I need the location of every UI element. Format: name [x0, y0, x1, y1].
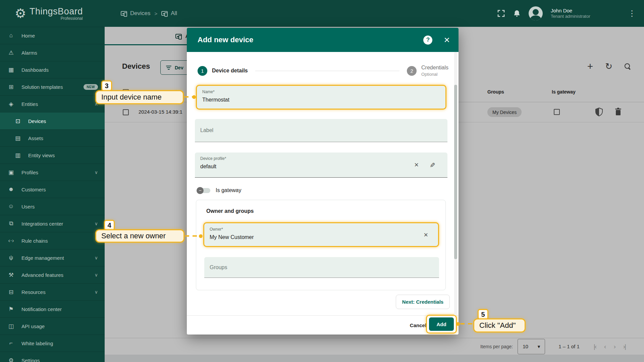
breadcrumb-separator: > — [154, 11, 157, 16]
sidebar-item-edge-management[interactable]: ψEdge management∨ — [0, 249, 105, 266]
edit-pencil-icon[interactable]: ✎ — [430, 161, 435, 169]
sidebar-item-api-usage[interactable]: ◫API usage — [0, 317, 105, 335]
is-gateway-toggle-row: − Is gateway — [198, 185, 241, 195]
label-field[interactable]: Label — [195, 119, 447, 142]
dialog-footer: Cancel — [187, 315, 459, 335]
device-profile-field[interactable]: Device profile* default × ✎ — [195, 153, 447, 178]
customers-icon: ☻ — [7, 186, 15, 193]
breadcrumb-devices-label: Devices — [130, 10, 150, 17]
step-1-circle[interactable]: 1 — [198, 66, 207, 76]
alarms-icon: ⚠ — [7, 49, 15, 56]
sidebar-item-label: White labeling — [21, 341, 53, 346]
sidebar-item-assets[interactable]: ▤Assets — [0, 129, 105, 146]
sidebar-item-label: Assets — [28, 135, 43, 141]
callout-5-box: Click "Add" — [473, 318, 526, 333]
cancel-button[interactable]: Cancel — [410, 322, 426, 328]
sidebar-item-settings[interactable]: ⚙Settings — [0, 352, 105, 362]
brand-edition: Professional — [61, 16, 83, 21]
breadcrumb-devices[interactable]: Devices — [121, 10, 150, 17]
entities-icon: ◈ — [7, 101, 15, 108]
sidebar-item-solution-templates[interactable]: ⊞Solution templatesNEW — [0, 78, 105, 95]
sidebar-item-notification-center[interactable]: ⚑Notification center — [0, 300, 105, 317]
sidebar-item-entities[interactable]: ◈Entities∧ — [0, 95, 105, 112]
thingsboard-logo-icon: ⚙ — [15, 7, 26, 20]
stepper: 1 Device details 2 Credentials Optional — [198, 61, 448, 80]
modal-scrollbar[interactable] — [454, 52, 457, 315]
breadcrumb: Devices > All — [121, 10, 177, 17]
sidebar-item-advanced-features[interactable]: ⚒Advanced features∨ — [0, 266, 105, 283]
sidebar-item-integrations-center[interactable]: ⧉Integrations center∨ — [0, 215, 105, 232]
fullscreen-icon[interactable] — [497, 9, 505, 17]
brand-name: ThingsBoard — [30, 6, 83, 17]
add-button[interactable]: Add — [429, 317, 454, 331]
is-gateway-toggle[interactable]: − — [198, 188, 210, 193]
sidebar-item-users[interactable]: ☺Users — [0, 198, 105, 215]
callout-4-pointer-dot — [199, 234, 203, 238]
dialog-header: Add new device ? × — [187, 28, 459, 52]
help-icon[interactable]: ? — [423, 36, 432, 45]
sidebar-item-alarms[interactable]: ⚠Alarms — [0, 44, 105, 61]
owner-section-title: Owner and groups — [206, 208, 254, 214]
clear-icon[interactable]: × — [414, 161, 419, 169]
resources-icon: ⊟ — [7, 289, 15, 296]
sidebar-item-label: Edge management — [21, 255, 64, 261]
name-field-value: Thermostat — [202, 97, 229, 103]
step-2-label: Credentials — [421, 64, 448, 71]
callout-3-connector — [184, 96, 193, 98]
sidebar-item-label: Integrations center — [21, 221, 63, 227]
callout-5-connector — [460, 323, 473, 324]
sidebar-item-label: Notification center — [21, 306, 62, 312]
callout-3-box: Input device name — [95, 90, 184, 104]
user-info[interactable]: John Doe Tenant administrator — [551, 7, 608, 19]
sidebar-nav: ⌂Home⚠Alarms▦Dashboards⊞Solution templat… — [0, 27, 105, 362]
groups-field[interactable]: Groups — [204, 257, 439, 278]
sidebar-item-white-labeling[interactable]: ⌐White labeling — [0, 335, 105, 352]
devices-icon — [121, 11, 127, 16]
breadcrumb-all[interactable]: All — [161, 10, 177, 17]
sidebar-item-label: Entities — [21, 101, 38, 107]
sidebar-item-entity-views[interactable]: ▥Entity views — [0, 146, 105, 164]
sidebar-item-rule-chains[interactable]: ‹·›Rule chains — [0, 232, 105, 249]
name-field[interactable]: Name* Thermostat — [196, 85, 446, 110]
step-1-label: Device details — [212, 68, 248, 74]
sidebar-item-resources[interactable]: ⊟Resources∨ — [0, 283, 105, 300]
name-field-label: Name* — [202, 89, 215, 94]
api-usage-icon: ◫ — [7, 323, 15, 330]
device-profile-value: default — [200, 164, 216, 170]
sidebar-item-customers[interactable]: ☻Customers — [0, 181, 105, 198]
topbar: Devices > All John Doe Tenant — [105, 0, 644, 27]
sidebar-item-label: Resources — [21, 289, 46, 295]
white-labeling-icon: ⌐ — [7, 340, 15, 347]
notifications-bell-icon[interactable] — [513, 9, 521, 17]
callout-4-connector — [185, 235, 200, 237]
more-vertical-icon[interactable]: ⋮ — [628, 9, 636, 18]
sidebar-item-label: Dashboards — [21, 67, 49, 73]
assets-icon: ▤ — [13, 135, 22, 142]
settings-icon: ⚙ — [7, 357, 15, 362]
avatar[interactable] — [529, 6, 543, 20]
step-2-circle[interactable]: 2 — [407, 66, 417, 76]
owner-field[interactable]: Owner* My New Customer × — [203, 222, 439, 247]
step-2-sublabel: Optional — [421, 71, 448, 78]
clear-icon[interactable]: × — [424, 231, 428, 239]
users-icon: ☺ — [7, 203, 15, 210]
sidebar-item-label: Customers — [21, 187, 46, 192]
edge-management-icon: ψ — [7, 254, 15, 261]
devices-icon: ⊡ — [13, 118, 22, 125]
sidebar-item-devices[interactable]: ⊡Devices — [0, 112, 105, 129]
home-icon: ⌂ — [7, 32, 15, 39]
scrollbar-thumb[interactable] — [454, 85, 457, 259]
close-icon[interactable]: × — [444, 35, 450, 45]
profiles-icon: ▣ — [7, 169, 15, 176]
device-profile-label: Device profile* — [200, 156, 226, 161]
sidebar-item-dashboards[interactable]: ▦Dashboards — [0, 61, 105, 78]
solution-templates-icon: ⊞ — [7, 83, 15, 90]
integrations-center-icon: ⧉ — [7, 220, 15, 227]
is-gateway-label: Is gateway — [216, 187, 241, 193]
brand-logo[interactable]: ⚙ ThingsBoard Professional — [0, 0, 105, 27]
chevron-down-icon: ∨ — [95, 272, 98, 278]
next-credentials-button[interactable]: Next: Credentials — [396, 295, 450, 309]
sidebar-item-home[interactable]: ⌂Home — [0, 27, 105, 44]
sidebar-item-label: Entity views — [28, 153, 55, 158]
sidebar-item-profiles[interactable]: ▣Profiles∨ — [0, 164, 105, 181]
